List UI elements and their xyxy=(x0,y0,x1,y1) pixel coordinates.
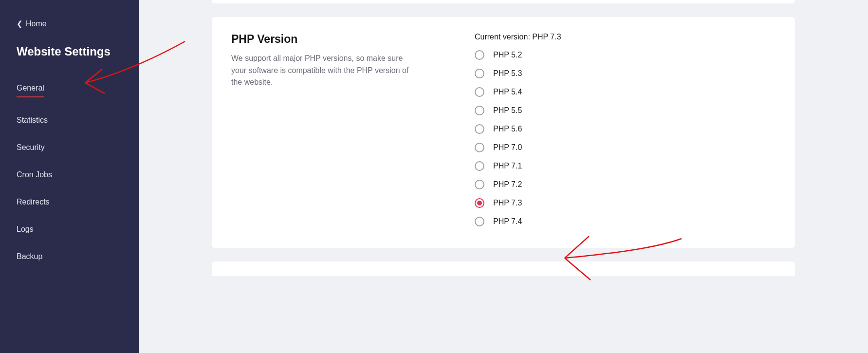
sidebar-item-backup[interactable]: Backup xyxy=(17,245,122,268)
php-option-7-1[interactable]: PHP 7.1 xyxy=(475,161,776,171)
php-version-card: PHP Version We support all major PHP ver… xyxy=(212,17,795,248)
php-option-5-3[interactable]: PHP 5.3 xyxy=(475,69,776,78)
radio-label: PHP 7.0 xyxy=(493,143,522,152)
radio-icon xyxy=(475,87,484,97)
radio-label: PHP 7.3 xyxy=(493,199,522,207)
chevron-left-icon: ❮ xyxy=(17,19,23,28)
sidebar-item-label: Logs xyxy=(17,225,34,233)
sidebar-item-label: Redirects xyxy=(17,198,50,206)
radio-icon xyxy=(475,124,484,134)
radio-icon xyxy=(475,180,484,189)
php-option-7-4[interactable]: PHP 7.4 xyxy=(475,217,776,226)
home-link-label: Home xyxy=(26,19,47,28)
sidebar-item-label: Security xyxy=(17,143,45,151)
radio-label: PHP 5.2 xyxy=(493,51,522,59)
php-option-5-5[interactable]: PHP 5.5 xyxy=(475,106,776,115)
radio-icon xyxy=(475,161,484,171)
radio-icon xyxy=(475,50,484,60)
sidebar-item-redirects[interactable]: Redirects xyxy=(17,191,122,213)
password-card-partial: password. xyxy=(212,0,795,3)
sidebar-title: Website Settings xyxy=(17,45,122,58)
php-option-5-2[interactable]: PHP 5.2 xyxy=(475,50,776,60)
php-option-7-3[interactable]: PHP 7.3 xyxy=(475,198,776,208)
radio-label: PHP 5.5 xyxy=(493,106,522,115)
php-option-7-2[interactable]: PHP 7.2 xyxy=(475,180,776,189)
radio-icon xyxy=(475,69,484,78)
main-content: password. PHP Version We support all maj… xyxy=(139,0,868,353)
sidebar-item-label: Cron Jobs xyxy=(17,170,52,179)
current-version-label: Current version: PHP 7.3 xyxy=(475,33,776,41)
sidebar-item-logs[interactable]: Logs xyxy=(17,218,122,241)
radio-icon xyxy=(475,106,484,115)
sidebar-item-cron-jobs[interactable]: Cron Jobs xyxy=(17,164,122,186)
sidebar-item-statistics[interactable]: Statistics xyxy=(17,109,122,131)
radio-label: PHP 5.6 xyxy=(493,125,522,133)
php-option-5-6[interactable]: PHP 5.6 xyxy=(475,124,776,134)
radio-label: PHP 7.2 xyxy=(493,180,522,189)
radio-icon xyxy=(475,198,484,208)
radio-icon xyxy=(475,143,484,152)
home-link[interactable]: ❮ Home xyxy=(17,19,122,28)
radio-icon xyxy=(475,217,484,226)
php-version-description: We support all major PHP versions, so ma… xyxy=(231,53,416,89)
radio-label: PHP 5.3 xyxy=(493,69,522,78)
sidebar-item-label: Statistics xyxy=(17,116,48,124)
php-version-title: PHP Version xyxy=(231,33,475,46)
sidebar-item-security[interactable]: Security xyxy=(17,136,122,159)
radio-label: PHP 7.4 xyxy=(493,217,522,226)
radio-label: PHP 7.1 xyxy=(493,162,522,170)
sidebar-item-label: General xyxy=(17,84,44,97)
php-option-7-0[interactable]: PHP 7.0 xyxy=(475,143,776,152)
php-option-5-4[interactable]: PHP 5.4 xyxy=(475,87,776,97)
sidebar-item-label: Backup xyxy=(17,252,42,260)
sidebar: ❮ Home Website Settings General Statisti… xyxy=(0,0,139,353)
radio-label: PHP 5.4 xyxy=(493,88,522,96)
next-card-partial xyxy=(212,261,795,276)
sidebar-item-general[interactable]: General xyxy=(17,77,122,104)
